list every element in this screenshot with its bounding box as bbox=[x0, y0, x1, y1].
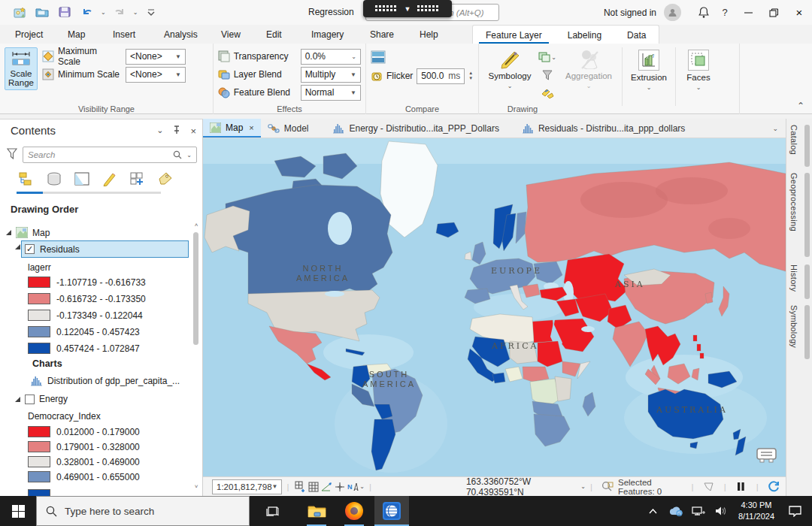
refresh-icon[interactable] bbox=[768, 481, 780, 492]
legend-swatch[interactable] bbox=[28, 326, 50, 337]
view-tab-map[interactable]: Map × bbox=[203, 119, 261, 138]
scale-range-button[interactable]: Scale Range bbox=[5, 47, 38, 90]
action-center-icon[interactable] bbox=[782, 506, 807, 517]
tab-labeling[interactable]: Labeling bbox=[555, 26, 614, 44]
residuals-layer-row[interactable]: ✓ Residuals bbox=[21, 240, 189, 258]
flicker-spinner[interactable]: ▲▼ bbox=[468, 71, 473, 80]
legend-swatch[interactable] bbox=[28, 426, 50, 437]
legend-swatch[interactable] bbox=[28, 441, 50, 452]
energy-checkbox[interactable] bbox=[25, 394, 35, 404]
view-tabs-overflow-icon[interactable]: ⌄ bbox=[772, 125, 786, 132]
notifications-bell-icon[interactable] bbox=[693, 7, 714, 18]
coordinates-readout[interactable]: 163.3360752°W 70.4393591°N ⌄ bbox=[466, 476, 586, 497]
undo-dropdown-icon[interactable]: ⌄ bbox=[101, 9, 106, 16]
legend-swatch[interactable] bbox=[28, 277, 50, 288]
energy-layer-row[interactable]: Energy bbox=[15, 394, 68, 404]
tab-edit[interactable]: Edit bbox=[262, 25, 286, 44]
maximum-scale-combo[interactable]: <None>▼ bbox=[126, 49, 186, 65]
touch-toolbar-popup[interactable]: ▼ bbox=[363, 0, 452, 17]
view-tab-residuals-chart[interactable]: Residuals - Distribu...ita_ppp_dollars bbox=[515, 119, 692, 138]
search-options-chevron-icon[interactable]: ⌄ bbox=[186, 152, 192, 159]
extrusion-button[interactable]: i Extrusion ⌄ bbox=[626, 47, 672, 102]
transparency-combo[interactable]: 0.0%⌄ bbox=[301, 49, 361, 65]
tab-insert[interactable]: Insert bbox=[108, 25, 140, 44]
pane-menu-icon[interactable]: ⌄ bbox=[156, 125, 163, 137]
pane-pin-icon[interactable] bbox=[173, 125, 180, 137]
undo-icon[interactable] bbox=[78, 3, 96, 21]
collapse-ribbon-icon[interactable]: ⌃ bbox=[797, 101, 804, 111]
snap-chevron-icon[interactable]: ⌄ bbox=[359, 483, 365, 490]
close-button[interactable]: × bbox=[786, 0, 812, 25]
grid-icon[interactable] bbox=[307, 482, 320, 492]
energy-expand-icon[interactable] bbox=[15, 397, 20, 402]
view-tab-energy-chart[interactable]: Energy - Distributio...ita_PPP_Dollars bbox=[326, 119, 505, 138]
taskbar-clock[interactable]: 4:30 PM 8/11/2024 bbox=[734, 500, 779, 522]
start-button[interactable] bbox=[0, 496, 36, 526]
pause-drawing-icon[interactable] bbox=[735, 482, 747, 491]
arcgis-pro-button[interactable] bbox=[374, 496, 409, 526]
new-project-icon[interactable] bbox=[11, 3, 29, 21]
tab-share[interactable]: Share bbox=[365, 25, 398, 44]
signin-status[interactable]: Not signed in bbox=[604, 8, 656, 18]
slope-measure-icon[interactable] bbox=[320, 482, 334, 492]
filter-funnel-icon[interactable] bbox=[538, 67, 556, 83]
legend-swatch[interactable] bbox=[28, 456, 50, 467]
select-polygon-icon[interactable] bbox=[703, 482, 715, 492]
grid-add-icon[interactable] bbox=[293, 481, 307, 492]
zoom-selection-icon[interactable] bbox=[601, 481, 614, 492]
open-project-icon[interactable] bbox=[33, 3, 51, 21]
contents-scrollbar[interactable]: ˄ ˅ bbox=[192, 222, 201, 492]
tab-feature-layer[interactable]: Feature Layer bbox=[473, 26, 555, 44]
symbology-button[interactable]: Symbology ⌄ bbox=[483, 47, 536, 102]
help-icon[interactable]: ? bbox=[714, 7, 735, 18]
faces-button[interactable]: Faces ⌄ bbox=[679, 47, 718, 102]
flicker-input[interactable]: 500.0ms bbox=[417, 68, 465, 84]
speaker-icon[interactable] bbox=[711, 506, 731, 516]
onedrive-icon[interactable] bbox=[666, 506, 686, 516]
tab-view[interactable]: View bbox=[217, 25, 245, 44]
minimize-button[interactable] bbox=[735, 0, 761, 25]
firefox-button[interactable] bbox=[337, 496, 371, 526]
chart-item-row[interactable]: Distribution of gdp_per_capita_... bbox=[30, 375, 180, 386]
map-scale-combo[interactable]: 1:201,812,798▼ bbox=[212, 479, 282, 494]
scrollbar-thumb[interactable] bbox=[193, 232, 198, 345]
file-explorer-button[interactable] bbox=[299, 496, 334, 526]
close-view-icon[interactable]: × bbox=[249, 123, 253, 132]
list-by-drawing-order-tab[interactable] bbox=[17, 169, 36, 189]
save-project-icon[interactable] bbox=[56, 3, 74, 21]
tab-analysis[interactable]: Analysis bbox=[159, 25, 202, 44]
world-map[interactable] bbox=[203, 138, 786, 476]
legend-swatch[interactable] bbox=[28, 343, 50, 354]
residuals-expand-icon[interactable] bbox=[15, 244, 20, 249]
avatar[interactable] bbox=[664, 4, 681, 21]
tab-help[interactable]: Help bbox=[415, 25, 443, 44]
north-arrow-icon[interactable]: N bbox=[347, 482, 360, 492]
list-by-selection-tab[interactable] bbox=[128, 169, 147, 189]
view-tab-model[interactable]: Model bbox=[261, 119, 316, 138]
list-by-labeling-tab[interactable] bbox=[156, 169, 175, 189]
tab-data[interactable]: Data bbox=[614, 26, 659, 44]
list-by-editing-tab[interactable] bbox=[100, 169, 120, 189]
tray-expand-icon[interactable] bbox=[644, 509, 663, 514]
tab-imagery[interactable]: Imagery bbox=[307, 25, 348, 44]
map-layer-row[interactable]: Map bbox=[6, 227, 50, 238]
map-overlay-control-icon[interactable] bbox=[756, 448, 777, 466]
pane-close-icon[interactable]: × bbox=[190, 125, 196, 137]
dock-tab-catalog[interactable]: Catalog bbox=[789, 125, 798, 155]
contents-search-input[interactable]: Search ⌄ bbox=[23, 147, 197, 163]
legend-swatch-partial[interactable] bbox=[28, 489, 50, 496]
dock-tab-geoprocessing[interactable]: Geoprocessing bbox=[789, 173, 798, 231]
tab-map[interactable]: Map bbox=[63, 25, 89, 44]
residuals-checkbox[interactable]: ✓ bbox=[25, 244, 35, 254]
redo-dropdown-icon[interactable]: ⌄ bbox=[133, 9, 138, 16]
dock-tab-symbology[interactable]: Symbology bbox=[789, 305, 798, 348]
legend-swatch[interactable] bbox=[28, 310, 50, 321]
feature-blend-combo[interactable]: Normal▼ bbox=[301, 85, 361, 101]
restore-button[interactable] bbox=[761, 0, 786, 25]
scroll-down-icon[interactable]: ˅ bbox=[192, 483, 201, 490]
tab-project[interactable]: Project bbox=[11, 25, 47, 44]
legend-swatch[interactable] bbox=[28, 293, 50, 304]
import-symbology-icon[interactable]: ⌄ bbox=[538, 49, 556, 65]
apply-symbology-icon[interactable] bbox=[538, 85, 556, 101]
map-canvas[interactable]: NORTHAMERICA SOUTHAMERICA EUROPE ASIA AF… bbox=[203, 138, 786, 476]
